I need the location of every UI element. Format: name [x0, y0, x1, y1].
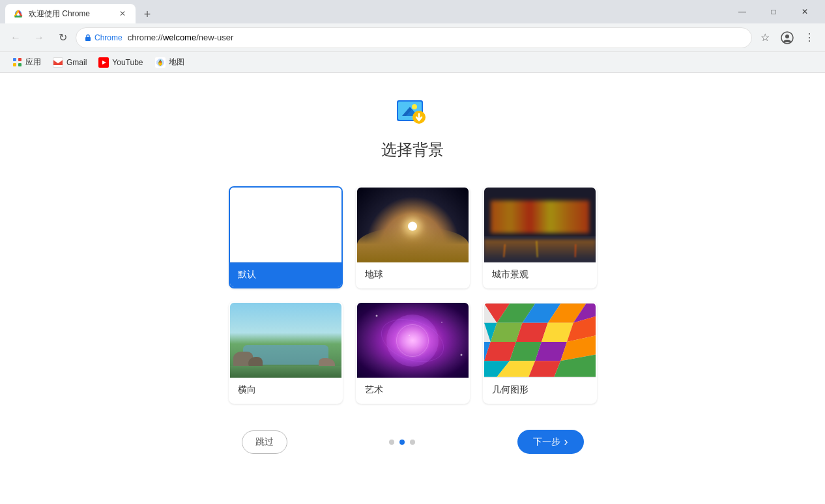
secure-indicator: Chrome — [84, 33, 123, 42]
card-city-label: 城市景观 — [484, 262, 596, 287]
card-city[interactable]: 城市景观 — [483, 186, 597, 288]
secure-label: Chrome — [94, 33, 123, 42]
reload-button[interactable]: ↻ — [52, 27, 73, 48]
next-arrow: › — [564, 435, 568, 449]
page-dots — [389, 440, 415, 445]
title-bar: 欢迎使用 Chrome ✕ + — □ ✕ — [0, 0, 825, 23]
next-button[interactable]: 下一步 › — [517, 430, 584, 454]
bookmark-apps[interactable]: 应用 — [8, 54, 46, 70]
card-earth-label: 地球 — [357, 262, 469, 287]
forward-button[interactable]: → — [29, 27, 50, 48]
gmail-label: Gmail — [66, 58, 87, 67]
svg-point-4 — [785, 35, 789, 38]
menu-button[interactable]: ⋮ — [799, 27, 820, 48]
earth-glow — [408, 221, 417, 231]
window-controls: — □ ✕ — [727, 2, 820, 21]
card-landscape[interactable]: 横向 — [229, 301, 343, 404]
toolbar-right: ☆ ⋮ — [755, 27, 820, 48]
background-grid: 默认 地球 — [229, 186, 597, 404]
city-reflection — [484, 240, 596, 259]
background-chooser-icon — [392, 92, 433, 134]
card-art-label: 艺术 — [357, 378, 469, 402]
page-title: 选择背景 — [381, 139, 444, 160]
maps-icon — [155, 57, 166, 68]
maps-label: 地图 — [169, 57, 184, 68]
gmail-icon — [53, 57, 63, 68]
url-suffix: /new-user — [196, 33, 233, 42]
card-default[interactable]: 默认 — [229, 186, 343, 288]
tab-favicon — [13, 8, 23, 19]
back-button[interactable]: ← — [5, 27, 26, 48]
url-display: chrome://welcome/new-user — [128, 33, 744, 42]
skip-button[interactable]: 跳过 — [242, 430, 287, 454]
card-city-image — [484, 188, 596, 262]
svg-point-12 — [412, 104, 417, 109]
svg-rect-2 — [85, 37, 91, 41]
geo-svg — [484, 303, 596, 378]
bookmark-youtube[interactable]: YouTube — [93, 55, 148, 70]
minimize-button[interactable]: — — [727, 2, 757, 21]
address-bar[interactable]: Chrome chrome://welcome/new-user — [76, 27, 752, 48]
bottom-controls: 跳过 下一步 › — [242, 430, 584, 454]
profile-button[interactable] — [777, 27, 798, 48]
profile-icon — [781, 31, 794, 44]
close-button[interactable]: ✕ — [790, 2, 820, 21]
card-art[interactable]: 艺术 — [356, 301, 470, 404]
url-bold: welcome — [163, 33, 196, 42]
active-tab[interactable]: 欢迎使用 Chrome ✕ — [5, 4, 136, 23]
youtube-label: YouTube — [112, 58, 143, 67]
card-geometric-image — [484, 303, 596, 378]
apps-icon — [13, 58, 22, 67]
grass — [230, 366, 341, 378]
bookmark-gmail[interactable]: Gmail — [48, 55, 92, 70]
card-geometric[interactable]: 几何图形 — [483, 301, 597, 404]
bookmark-maps[interactable]: 地图 — [150, 54, 190, 70]
road-streak-3 — [574, 244, 576, 257]
page-content: 选择背景 默认 地球 — [0, 73, 825, 504]
maximize-button[interactable]: □ — [759, 2, 789, 21]
tab-strip: 欢迎使用 Chrome ✕ + — [5, 0, 727, 23]
svg-point-7 — [159, 61, 161, 63]
url-prefix: chrome:// — [128, 33, 163, 42]
apps-label: 应用 — [25, 57, 41, 68]
youtube-icon — [98, 57, 109, 68]
card-geometric-label: 几何图形 — [484, 378, 596, 402]
card-landscape-label: 横向 — [230, 378, 341, 402]
card-default-label: 默认 — [230, 262, 341, 287]
page-icon — [392, 92, 433, 134]
card-default-preview — [230, 188, 341, 262]
next-label: 下一步 — [533, 436, 560, 448]
lock-icon — [84, 34, 92, 42]
toolbar: ← → ↻ Chrome chrome://welcome/new-user ☆ — [0, 23, 825, 52]
favorite-button[interactable]: ☆ — [755, 27, 775, 48]
svg-marker-6 — [102, 61, 106, 64]
tab-close-button[interactable]: ✕ — [117, 8, 128, 19]
earth-surface — [357, 227, 469, 262]
card-art-image — [357, 303, 469, 378]
card-earth[interactable]: 地球 — [356, 186, 470, 288]
tab-title: 欢迎使用 Chrome — [29, 8, 112, 20]
city-lights — [491, 201, 589, 233]
bookmarks-bar: 应用 Gmail YouTube — [0, 52, 825, 73]
dot-3 — [410, 440, 415, 445]
card-earth-image — [357, 188, 469, 262]
dot-1 — [389, 440, 394, 445]
new-tab-button[interactable]: + — [138, 5, 156, 23]
card-landscape-image — [230, 303, 341, 378]
dot-2 — [399, 440, 405, 445]
